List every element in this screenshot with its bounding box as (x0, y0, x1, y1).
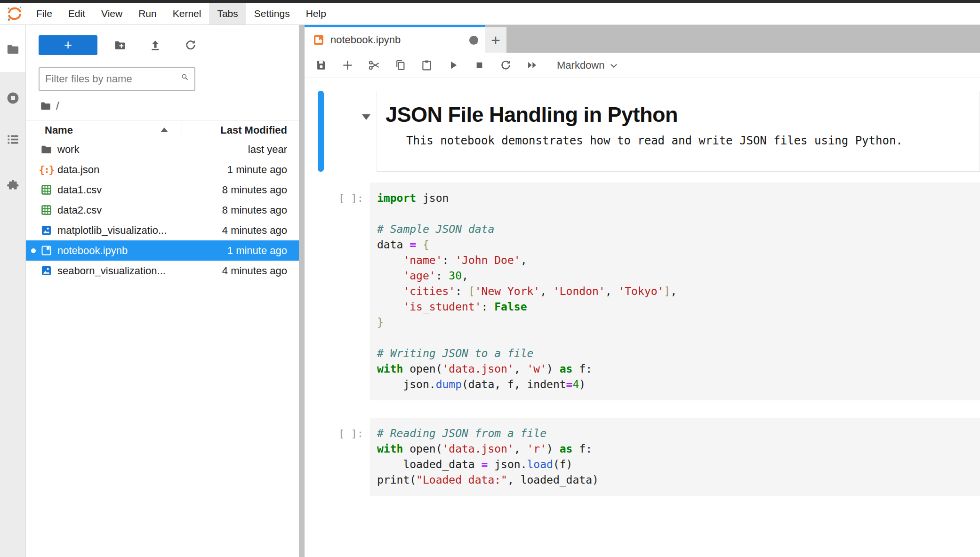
add-button[interactable] (341, 59, 354, 72)
image-file-icon (40, 264, 53, 277)
code-editor[interactable]: # Reading JSON from a filewith open('dat… (370, 418, 980, 496)
image-file-icon (40, 224, 53, 237)
upload-button[interactable] (149, 39, 162, 52)
toc-icon (6, 140, 20, 148)
copy-button[interactable] (394, 59, 407, 72)
file-modified: 4 minutes ago (222, 265, 299, 277)
menu-item-run[interactable]: Run (130, 3, 165, 24)
menu-item-tabs[interactable]: Tabs (209, 3, 246, 24)
column-divider (182, 122, 182, 137)
run-all-icon (526, 66, 538, 73)
file-row[interactable]: matplotlib_visualizatio...4 minutes ago (26, 220, 299, 240)
notebook-file-icon (312, 33, 325, 47)
column-header-last-modified[interactable]: Last Modified (220, 124, 287, 136)
file-name: matplotlib_visualizatio... (57, 224, 167, 237)
file-row[interactable]: notebook.ipynb1 minute ago (26, 240, 299, 261)
notebook-file-icon (40, 244, 53, 257)
refresh-button[interactable] (184, 39, 197, 52)
file-modified: 8 minutes ago (222, 204, 299, 216)
jupyterlab-window: FileEditViewRunKernelTabsSettingsHelp + … (0, 0, 980, 557)
sort-ascending-icon[interactable] (161, 127, 168, 132)
file-list-header: Name Last Modified (26, 120, 299, 139)
code-line: 'is_student': False (377, 299, 980, 315)
run-icon (447, 66, 459, 73)
unsaved-changes-dot[interactable] (469, 36, 478, 45)
csv-file-icon (40, 183, 53, 196)
markdown-subtitle: This notebook demonstrates how to read a… (406, 134, 980, 147)
cell-type-dropdown[interactable]: Markdown (557, 59, 619, 72)
panel-splitter[interactable] (299, 25, 305, 557)
code-line: # Writing JSON to a file (377, 346, 980, 361)
file-row[interactable]: {:}data.json1 minute ago (26, 159, 299, 180)
run-all-button[interactable] (526, 59, 538, 72)
tab-notebook[interactable]: notebook.ipynb (305, 25, 485, 53)
home-folder-icon[interactable] (40, 100, 52, 112)
paste-button[interactable] (420, 59, 433, 72)
sidebar-tab-table-of-contents[interactable] (6, 132, 20, 147)
main-dock-panel: notebook.ipynb + Markdown JSON File Hand… (305, 25, 980, 557)
file-row[interactable]: data1.csv8 minutes ago (26, 180, 299, 200)
cut-icon (368, 66, 380, 73)
breadcrumb-path: / (56, 99, 59, 112)
menu-item-view[interactable]: View (93, 3, 130, 24)
column-header-name[interactable]: Name (45, 124, 73, 136)
new-folder-button[interactable] (113, 39, 127, 52)
restart-icon (499, 66, 512, 73)
file-name: data1.csv (57, 184, 102, 196)
cell-type-value: Markdown (557, 59, 604, 72)
code-line (377, 330, 980, 346)
notebook-content: JSON File Handling in Python This notebo… (305, 78, 980, 557)
file-row[interactable]: data2.csv8 minutes ago (26, 200, 299, 220)
heading-collapse-caret-icon[interactable] (362, 114, 370, 120)
code-line: 'cities': ['New York', 'London', 'Tokyo'… (377, 284, 980, 299)
code-line: json.dump(data, f, indent=4) (377, 377, 980, 392)
active-cell-collapser[interactable] (318, 91, 324, 172)
menu-item-help[interactable]: Help (298, 3, 334, 24)
code-line (377, 206, 980, 222)
extensions-icon (6, 186, 20, 194)
code-line: # Reading JSON from a file (377, 426, 980, 441)
markdown-cell[interactable]: JSON File Handling in Python This notebo… (377, 91, 980, 172)
upload-icon (149, 46, 162, 53)
code-line: data = { (377, 237, 980, 253)
breadcrumb[interactable]: / (40, 99, 59, 112)
new-launcher-button[interactable]: + (39, 35, 97, 55)
menu-item-settings[interactable]: Settings (246, 3, 298, 24)
activity-bar (0, 25, 26, 557)
code-editor[interactable]: import json # Sample JSON datadata = { '… (370, 183, 980, 400)
chevron-down-icon (609, 61, 619, 71)
menu-bar: FileEditViewRunKernelTabsSettingsHelp (0, 3, 980, 25)
code-line: # Sample JSON data (377, 222, 980, 237)
file-modified: 4 minutes ago (222, 224, 299, 237)
code-line: } (377, 315, 980, 330)
paste-icon (420, 66, 433, 73)
file-modified: last year (248, 143, 299, 156)
new-tab-button[interactable]: + (485, 27, 506, 53)
code-line: with open('data.json', 'r') as f: (377, 441, 980, 457)
sidebar-tab-file-browser[interactable] (6, 42, 20, 56)
markdown-title: JSON File Handling in Python (386, 103, 980, 127)
dock-tab-bar: notebook.ipynb + (305, 25, 980, 53)
folder-icon (6, 50, 20, 58)
menu-item-edit[interactable]: Edit (60, 3, 93, 24)
file-row[interactable]: seaborn_visualization...4 minutes ago (26, 261, 299, 281)
file-list: worklast year{:}data.json1 minute agodat… (26, 139, 299, 281)
restart-button[interactable] (499, 59, 512, 72)
file-name: work (57, 143, 79, 156)
file-name: data.json (57, 164, 99, 176)
menu-items: FileEditViewRunKernelTabsSettingsHelp (28, 3, 334, 24)
menu-item-file[interactable]: File (28, 3, 60, 24)
sidebar-tab-extensions[interactable] (6, 178, 20, 192)
menu-item-kernel[interactable]: Kernel (165, 3, 209, 24)
stop-icon (473, 66, 486, 73)
refresh-icon (184, 46, 197, 53)
run-button[interactable] (447, 59, 459, 72)
file-name: notebook.ipynb (57, 245, 128, 257)
filter-files-input[interactable] (45, 73, 181, 85)
sidebar-tab-running-kernels[interactable] (6, 91, 20, 105)
file-row[interactable]: worklast year (26, 139, 299, 159)
notebook-toolbar: Markdown (305, 53, 980, 78)
cut-button[interactable] (368, 59, 380, 72)
stop-button[interactable] (473, 59, 486, 72)
save-button[interactable] (315, 59, 328, 72)
